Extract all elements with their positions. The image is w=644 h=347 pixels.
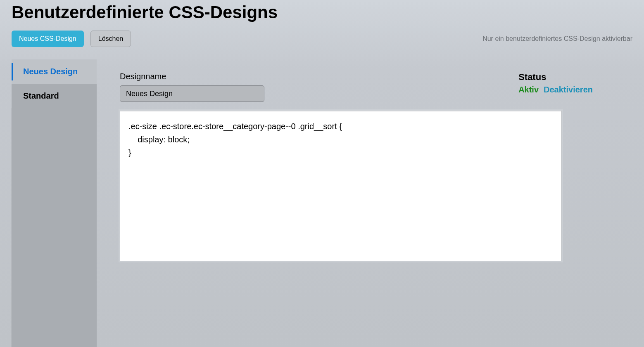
toolbar: Neues CSS-Design Löschen Nur ein benutze… bbox=[0, 31, 644, 59]
status-label: Status bbox=[518, 72, 593, 83]
designname-input[interactable] bbox=[120, 85, 264, 102]
sidebar-item-label: Standard bbox=[23, 91, 59, 100]
delete-button[interactable]: Löschen bbox=[90, 31, 131, 47]
page-title: Benutzerdefinierte CSS-Designs bbox=[0, 0, 644, 31]
editor-area: Designname Status Aktiv Deaktivieren bbox=[97, 59, 632, 347]
sidebar-item-standard[interactable]: Standard bbox=[12, 84, 97, 108]
sidebar-item-neues-design[interactable]: Neues Design bbox=[12, 59, 97, 84]
designname-field-block: Designname bbox=[120, 72, 264, 102]
new-css-design-button[interactable]: Neues CSS-Design bbox=[12, 31, 84, 47]
design-sidebar: Neues Design Standard bbox=[12, 59, 97, 347]
status-block: Status Aktiv Deaktivieren bbox=[518, 72, 618, 94]
content-panel: Neues Design Standard Designname Status … bbox=[12, 59, 632, 347]
sidebar-fill bbox=[12, 108, 97, 347]
sidebar-item-label: Neues Design bbox=[23, 67, 78, 76]
activation-hint: Nur ein benutzerdefiniertes CSS-Design a… bbox=[482, 35, 632, 42]
css-code-editor[interactable] bbox=[120, 110, 562, 261]
deactivate-link[interactable]: Deaktivieren bbox=[544, 85, 593, 94]
status-active-text: Aktiv bbox=[518, 85, 539, 94]
status-line: Aktiv Deaktivieren bbox=[518, 85, 593, 94]
form-row: Designname Status Aktiv Deaktivieren bbox=[120, 72, 618, 102]
designname-label: Designname bbox=[120, 72, 264, 81]
